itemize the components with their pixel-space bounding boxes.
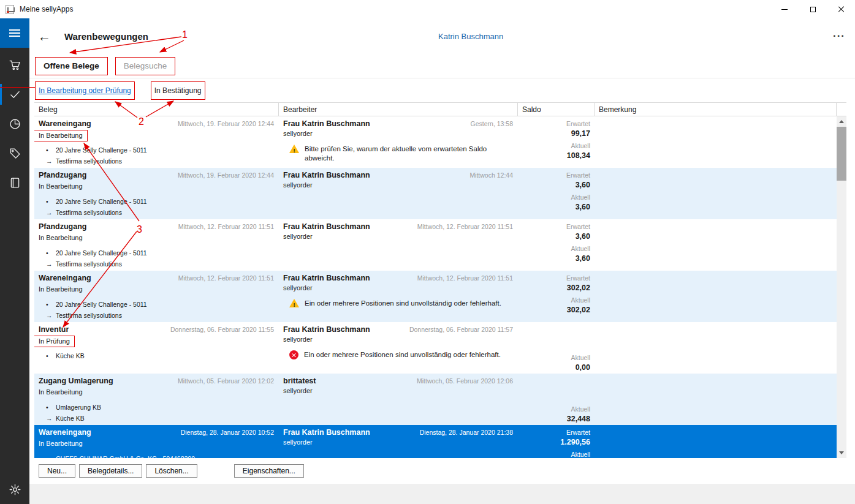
maximize-button[interactable]	[799, 0, 827, 18]
editor-date: Mittwoch 12:44	[469, 171, 513, 179]
sidebar-item-catalog[interactable]	[0, 168, 29, 197]
document-date: Mittwoch, 12. Februar 2020 11:51	[178, 274, 274, 282]
item-list: •Umlagerung KB→Küche KB	[39, 402, 274, 424]
app-logo-icon	[6, 5, 14, 14]
item-marker: →	[46, 156, 56, 167]
subtab-in-bestaetigung[interactable]: In Bestätigung	[151, 82, 205, 99]
document-status: In Bearbeitung	[39, 440, 83, 447]
saldo-label: Aktuell	[522, 451, 590, 458]
item-marker: •	[46, 351, 56, 362]
properties-button[interactable]: Eigenschaften...	[234, 464, 304, 478]
item-text: Testfirma sellysolutions	[56, 156, 122, 167]
user-name[interactable]: Katrin Buschmann	[438, 32, 503, 41]
maximize-icon	[810, 7, 816, 12]
beleg-cell: Pfandzugang Mittwoch, 12. Februar 2020 1…	[34, 219, 279, 271]
document-type: Wareneingang	[39, 274, 91, 282]
tag-icon	[9, 147, 21, 160]
column-header-bearbeiter: Bearbeiter	[279, 103, 518, 116]
cart-icon	[9, 59, 21, 72]
message-text: Bitte prüfen Sie, warum der aktuelle vom…	[305, 145, 513, 162]
sidebar	[0, 18, 29, 504]
list-item: •Küche KB	[39, 351, 274, 362]
saldo-cell: Erwartet3,60Aktuell3,60	[518, 219, 595, 271]
editor-account: sellyorder	[283, 284, 513, 291]
menu-button[interactable]	[0, 18, 29, 48]
list-item: →Testfirma sellysolutions	[39, 208, 274, 219]
editor-account: sellyorder	[283, 336, 513, 343]
editor-account: sellyorder	[283, 130, 513, 137]
tab-belegsuche[interactable]: Belegsuche	[116, 58, 175, 75]
scroll-down-icon	[839, 451, 844, 454]
delete-button[interactable]: Löschen...	[146, 464, 197, 478]
sidebar-item-orders[interactable]	[0, 50, 29, 80]
beleg-cell: Wareneingang Mittwoch, 12. Februar 2020 …	[34, 271, 279, 322]
scroll-up-button[interactable]	[837, 116, 846, 127]
item-text: Küche KB	[56, 351, 85, 362]
document-status: In Bearbeitung	[39, 234, 83, 241]
close-button[interactable]	[827, 0, 855, 18]
saldo-label: Erwartet	[522, 171, 590, 179]
sidebar-item-goods-movements[interactable]	[0, 80, 29, 109]
tab-offene-belege[interactable]: Offene Belege	[36, 58, 107, 75]
item-marker: →	[46, 259, 56, 270]
scroll-down-button[interactable]	[837, 448, 846, 458]
settings-button[interactable]	[0, 475, 29, 504]
document-type: Inventur	[39, 325, 69, 334]
table-row[interactable]: Wareneingang Dienstag, 28. Januar 2020 1…	[34, 425, 837, 458]
list-item: →Testfirma sellysolutions	[39, 156, 274, 167]
column-header-saldo: Saldo	[518, 103, 595, 116]
document-date: Donnerstag, 06. Februar 2020 11:55	[170, 326, 274, 333]
pie-chart-icon	[9, 118, 21, 130]
saldo-label: Erwartet	[522, 223, 590, 230]
document-details-button[interactable]: Belegdetails...	[79, 464, 142, 478]
saldo-label: Erwartet	[522, 120, 590, 127]
saldo-label: Aktuell	[522, 354, 590, 361]
saldo-label: Aktuell	[522, 245, 590, 252]
table-row[interactable]: Wareneingang Mittwoch, 12. Februar 2020 …	[34, 271, 837, 322]
subtab-in-bearbeitung-oder-pruefung[interactable]: In Bearbeitung oder Prüfung	[36, 82, 134, 99]
scrollbar-thumb[interactable]	[837, 127, 846, 181]
saldo-value: 108,34	[522, 151, 590, 160]
table-row[interactable]: Zugang Umlagerung Mittwoch, 05. Februar …	[34, 374, 837, 425]
table-row[interactable]: Pfandzugang Mittwoch, 12. Februar 2020 1…	[34, 219, 837, 271]
saldo-label: Aktuell	[522, 194, 590, 201]
list-item: •20 Jahre Selly Challenge - 5011	[39, 248, 274, 259]
back-button[interactable]: ←	[38, 30, 51, 43]
remark-cell	[595, 322, 837, 374]
document-date: Mittwoch, 19. Februar 2020 12:44	[178, 120, 274, 127]
beleg-cell: Inventur Donnerstag, 06. Februar 2020 11…	[34, 322, 279, 374]
action-bar: Neu... Belegdetails... Löschen... Eigens…	[29, 458, 855, 484]
list-item: →Testfirma sellysolutions	[39, 310, 274, 322]
new-button[interactable]: Neu...	[39, 464, 75, 478]
saldo-value: 302,02	[522, 284, 590, 292]
documents-table: Beleg Bearbeiter Saldo Bemerkung Warenei…	[34, 102, 846, 458]
item-text: Küche KB	[56, 413, 85, 424]
table-row[interactable]: Wareneingang Mittwoch, 19. Februar 2020 …	[34, 116, 837, 168]
saldo-value: 0,00	[522, 363, 590, 372]
beleg-cell: Zugang Umlagerung Mittwoch, 05. Februar …	[34, 374, 279, 425]
hamburger-icon	[9, 29, 20, 37]
item-marker: •	[46, 145, 56, 156]
vertical-scrollbar[interactable]	[837, 116, 846, 458]
item-text: 20 Jahre Selly Challenge - 5011	[56, 248, 147, 259]
table-row[interactable]: Inventur Donnerstag, 06. Februar 2020 11…	[34, 322, 837, 374]
editor-name: Frau Katrin Buschmann	[283, 428, 370, 437]
document-date: Mittwoch, 05. Februar 2020 12:02	[178, 377, 274, 385]
bearbeiter-cell: Frau Katrin Buschmann Mittwoch 12:44 sel…	[279, 168, 518, 219]
table-row[interactable]: Pfandzugang Mittwoch, 19. Februar 2020 1…	[34, 168, 837, 219]
minimize-button[interactable]	[770, 0, 799, 18]
list-item: •20 Jahre Selly Challenge - 5011	[39, 197, 274, 208]
more-menu-button[interactable]: ···	[833, 30, 845, 42]
document-type: Pfandzugang	[39, 222, 86, 231]
sidebar-item-reports[interactable]	[0, 109, 29, 138]
document-date: Mittwoch, 19. Februar 2020 12:44	[178, 171, 274, 179]
list-item: •20 Jahre Selly Challenge - 5011	[39, 145, 274, 156]
list-item: •CHEFS CULINAR GmbH & Co. KG - 504468200	[39, 454, 274, 458]
bearbeiter-cell: Frau Katrin Buschmann Donnerstag, 06. Fe…	[279, 322, 518, 374]
sidebar-spacer	[0, 197, 29, 475]
editor-date: Donnerstag, 06. Februar 2020 11:57	[409, 326, 513, 333]
saldo-cell: Aktuell0,00	[518, 322, 595, 374]
sidebar-item-prices[interactable]	[0, 138, 29, 168]
document-status: In Bearbeitung	[39, 182, 83, 190]
editor-account: sellyorder	[283, 181, 513, 189]
